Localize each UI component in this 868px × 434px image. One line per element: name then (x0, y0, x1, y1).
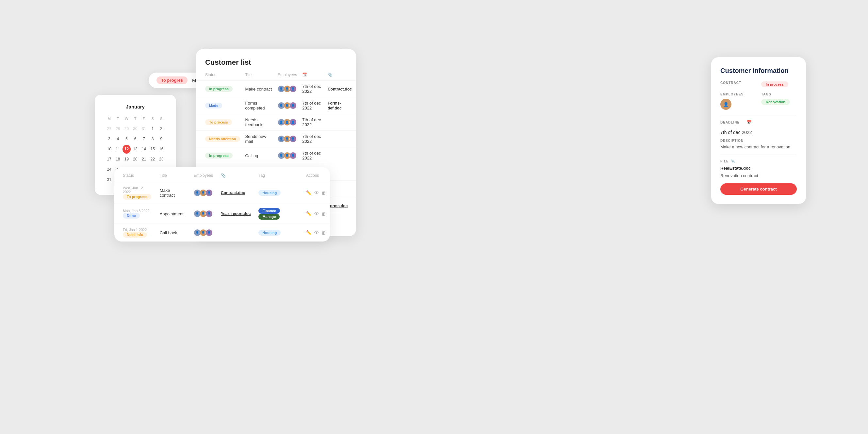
cal-cell[interactable]: 9 (157, 135, 165, 144)
tbl-col-title: Title (156, 167, 190, 182)
tbl-date: Wed, Jan 12 2022To progress (114, 182, 156, 204)
row-status: Made (196, 97, 243, 114)
list-item[interactable]: Made Forms completed 👤 👤 👤 7th of dec 20… (196, 97, 356, 114)
cal-day-m: M (105, 115, 113, 123)
file-name: RealEstate.doc (720, 166, 797, 170)
row-employees: 👤 👤 👤 (275, 97, 300, 114)
cal-cell[interactable]: 14 (140, 145, 148, 154)
cal-cell[interactable]: 19 (123, 155, 131, 164)
eye-icon[interactable]: 👁 (314, 190, 319, 195)
trash-icon[interactable]: 🗑 (321, 230, 326, 235)
cal-cell[interactable]: 20 (131, 155, 140, 164)
file-link[interactable]: Forms-def.doc (328, 101, 342, 111)
cal-cell[interactable]: 10 (105, 145, 113, 154)
divider (720, 115, 797, 115)
tag-badge: Finance (258, 208, 280, 214)
cal-cell[interactable]: 27 (105, 125, 113, 133)
cal-cell[interactable]: 8 (149, 135, 157, 144)
row-date: 7th of dec 2022 (300, 81, 325, 97)
trash-icon[interactable]: 🗑 (321, 211, 326, 216)
row-status: To process (196, 114, 243, 131)
col-status: Status (196, 72, 243, 81)
cal-cell[interactable]: 5 (123, 135, 131, 144)
cal-day-w: W (123, 115, 131, 123)
tbl-title: Appointment (156, 204, 190, 224)
paperclip-icon-info: 📎 (731, 159, 735, 163)
cal-cell[interactable]: 6 (131, 135, 140, 144)
file-label: File 📎 (720, 159, 797, 163)
file-link[interactable]: Forms.doc (328, 204, 348, 208)
calendar-icon-small: 📅 (747, 120, 752, 125)
list-item[interactable]: Needs attention Sends new mail 👤 👤 👤 7th… (196, 131, 356, 147)
customer-list-title: Customer list (196, 58, 356, 72)
tag-badge: Manage (258, 214, 280, 220)
cal-cell[interactable]: 4 (114, 135, 122, 144)
list-item[interactable]: In progress Make contract 👤 👤 👤 7th of d… (196, 81, 356, 97)
generate-contract-button[interactable]: Generate contract (720, 183, 797, 195)
row-employees: 👤 👤 👤 (275, 114, 300, 131)
tbl-title: Make contract (156, 182, 190, 204)
eye-icon[interactable]: 👁 (314, 211, 319, 216)
description-label: Desciption (720, 139, 797, 143)
info-contract-row: CONTRACT In process (720, 81, 797, 87)
tbl-file[interactable]: Contract.doc (217, 182, 254, 204)
cal-cell[interactable]: 17 (105, 155, 113, 164)
employees-label: Employees (720, 92, 756, 96)
tag-badge: Housing (258, 230, 281, 236)
eye-icon[interactable]: 👁 (314, 230, 319, 235)
row-status: Needs attention (196, 131, 243, 147)
cal-cell[interactable]: 18 (114, 155, 122, 164)
cal-cell[interactable]: 16 (157, 145, 165, 154)
tbl-col-attach: 📎 (217, 167, 254, 182)
row-file: Forms-def.doc (325, 97, 356, 114)
row-date: 7th of dec 2022 (300, 114, 325, 131)
row-employees: 👤 👤 👤 (275, 147, 300, 164)
cal-cell[interactable]: 1 (149, 125, 157, 133)
contract-label: CONTRACT (720, 81, 756, 85)
cal-cell[interactable]: 29 (123, 125, 131, 133)
cal-cell[interactable]: 22 (149, 155, 157, 164)
cal-cell[interactable]: 28 (114, 125, 122, 133)
tbl-actions: ✏️ 👁 🗑 (302, 224, 330, 242)
col-employees: Employees (275, 72, 300, 81)
pencil-icon[interactable]: ✏️ (306, 190, 312, 195)
tbl-tags: Finance Manage (254, 204, 302, 224)
file-link[interactable]: Contract.doc (328, 87, 352, 92)
status-badge: To progress (123, 194, 151, 200)
cal-cell[interactable]: 31 (105, 176, 113, 184)
pencil-icon[interactable]: ✏️ (306, 211, 312, 216)
list-item[interactable]: To process Needs feedback 👤 👤 👤 7th of d… (196, 114, 356, 131)
table-main: Status Title Employees 📎 Tag Actions Wed… (114, 167, 330, 242)
table-row[interactable]: Wed, Jan 12 2022To progress Make contrac… (114, 182, 330, 204)
trash-icon[interactable]: 🗑 (321, 190, 326, 195)
cal-cell[interactable]: 23 (157, 155, 165, 164)
calendar-icon: 📅 (302, 72, 307, 77)
avatar: 👤 (206, 210, 213, 217)
table-row[interactable]: Fri, Jan 1 2022Need info Call back 👤 👤 👤… (114, 224, 330, 242)
cal-cell[interactable]: 2 (157, 125, 165, 133)
cal-cell[interactable]: 24 (105, 165, 113, 174)
col-date: 📅 (300, 72, 325, 81)
tbl-file[interactable] (217, 224, 254, 242)
info-contract-col: CONTRACT (720, 81, 756, 87)
list-item[interactable]: In progress Calling 👤 👤 👤 7th of dec 202… (196, 147, 356, 164)
tbl-col-status: Status (114, 167, 156, 182)
cal-cell[interactable]: 11 (114, 145, 122, 154)
cal-cell[interactable]: 7 (140, 135, 148, 144)
cal-cell[interactable]: 21 (140, 155, 148, 164)
status-badge: Made (205, 103, 222, 108)
info-deadline-row: Deadline 📅 (720, 120, 797, 125)
pencil-icon[interactable]: ✏️ (306, 230, 312, 235)
tbl-file[interactable]: Year_report.doc (217, 204, 254, 224)
avatar: 👤 (206, 229, 213, 236)
cal-cell[interactable]: 13 (131, 145, 140, 154)
row-file (325, 131, 356, 147)
cal-cell[interactable]: 15 (149, 145, 157, 154)
cal-cell[interactable]: 3 (105, 135, 113, 144)
cal-cell[interactable]: 30 (131, 125, 140, 133)
cal-day-t2: T (131, 115, 140, 123)
cal-cell-today[interactable]: 12 (123, 145, 131, 154)
cal-cell[interactable]: 31 (140, 125, 148, 133)
avatar: 👤 (289, 152, 297, 159)
table-row[interactable]: Mon, Jan 8 2022Done Appointment 👤 👤 👤 Ye… (114, 204, 330, 224)
